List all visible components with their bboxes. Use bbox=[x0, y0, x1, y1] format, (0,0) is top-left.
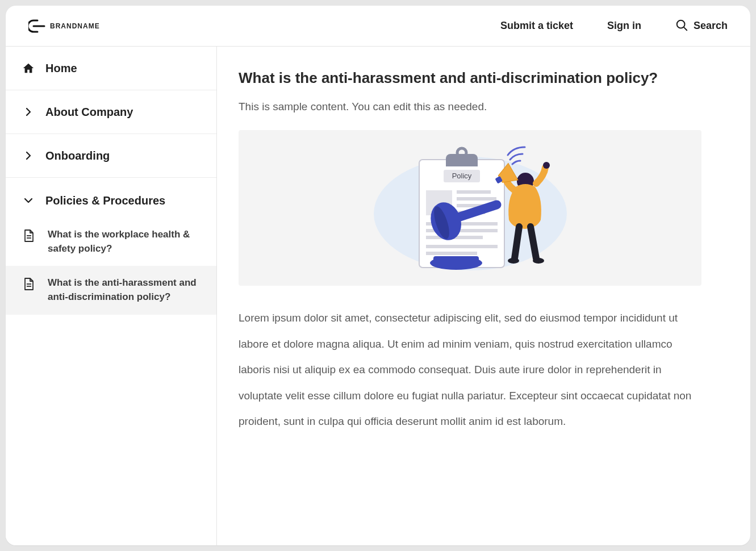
svg-point-29 bbox=[508, 258, 519, 264]
sidebar-item-label: About Company bbox=[45, 106, 133, 119]
sidebar-subitem-label: What is the workplace health & safety po… bbox=[48, 228, 201, 256]
sidebar-subitem-label: What is the anti-harassment and anti-dis… bbox=[48, 276, 201, 304]
svg-rect-13 bbox=[457, 197, 496, 201]
brand-logo-icon bbox=[28, 19, 45, 34]
svg-line-2 bbox=[684, 27, 687, 30]
submit-ticket-link[interactable]: Submit a ticket bbox=[500, 20, 573, 32]
sidebar-item-about[interactable]: About Company bbox=[6, 90, 216, 134]
article-main: What is the anti-harassment and anti-dis… bbox=[217, 47, 750, 545]
sidebar-section-policies: Policies & Procedures What is the workpl… bbox=[6, 178, 216, 315]
search-button[interactable]: Search bbox=[675, 19, 728, 34]
search-label: Search bbox=[694, 20, 728, 32]
document-icon bbox=[22, 277, 35, 291]
search-icon bbox=[675, 19, 688, 34]
svg-point-27 bbox=[543, 162, 550, 169]
chevron-right-icon bbox=[22, 105, 35, 119]
article-title: What is the anti-harassment and anti-dis… bbox=[239, 69, 729, 87]
sidebar-subitem-health-safety[interactable]: What is the workplace health & safety po… bbox=[6, 218, 216, 266]
svg-point-9 bbox=[457, 148, 466, 157]
chevron-right-icon bbox=[22, 149, 35, 162]
svg-rect-20 bbox=[426, 252, 477, 255]
article-intro: This is sample content. You can edit thi… bbox=[239, 101, 729, 113]
sidebar-item-label: Onboarding bbox=[45, 149, 110, 162]
article-illustration: Policy bbox=[239, 130, 701, 286]
header: BRANDNAME Submit a ticket Sign in Search bbox=[6, 6, 750, 47]
sidebar-item-onboarding[interactable]: Onboarding bbox=[6, 134, 216, 178]
illustration-badge-text: Policy bbox=[452, 172, 471, 180]
sign-in-link[interactable]: Sign in bbox=[607, 20, 641, 32]
svg-rect-12 bbox=[457, 190, 491, 194]
svg-rect-25 bbox=[433, 256, 479, 264]
body: Home About Company bbox=[6, 47, 750, 545]
brand[interactable]: BRANDNAME bbox=[28, 19, 100, 34]
sidebar-item-label: Policies & Procedures bbox=[45, 194, 165, 207]
svg-rect-19 bbox=[426, 245, 498, 248]
sidebar-item-label: Home bbox=[45, 62, 77, 75]
article-body: Lorem ipsum dolor sit amet, consectetur … bbox=[239, 305, 704, 435]
header-nav: Submit a ticket Sign in Search bbox=[500, 19, 728, 34]
chevron-down-icon bbox=[22, 194, 35, 207]
document-icon bbox=[22, 229, 35, 243]
policy-illustration-icon: Policy bbox=[368, 137, 573, 279]
sidebar-subitem-anti-harassment[interactable]: What is the anti-harassment and anti-dis… bbox=[6, 266, 216, 314]
svg-point-30 bbox=[533, 258, 544, 264]
sidebar-item-policies[interactable]: Policies & Procedures bbox=[6, 178, 216, 218]
sidebar-item-home[interactable]: Home bbox=[6, 47, 216, 90]
app-window: BRANDNAME Submit a ticket Sign in Search bbox=[6, 6, 750, 545]
sidebar: Home About Company bbox=[6, 47, 217, 545]
home-icon bbox=[22, 61, 35, 75]
brand-name: BRANDNAME bbox=[50, 22, 100, 30]
